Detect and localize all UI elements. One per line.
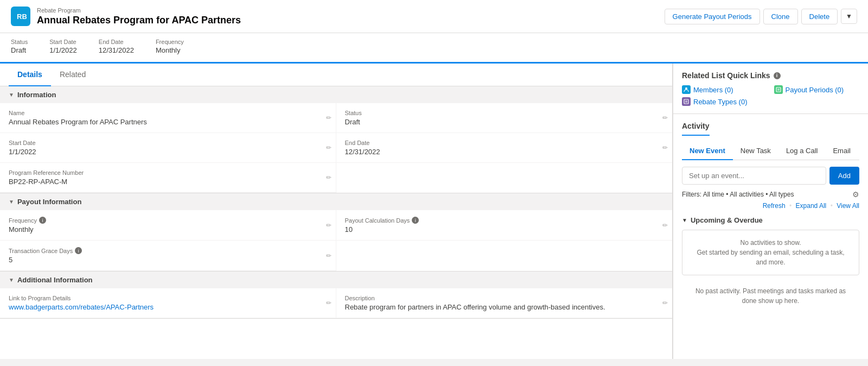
status-value: Draft xyxy=(11,46,28,54)
field-description: Description Rebate program for partners … xyxy=(336,288,673,318)
more-actions-button[interactable]: ▼ xyxy=(841,9,857,24)
no-activity-box: No activities to show. Get started by se… xyxy=(682,230,859,275)
additional-section-header[interactable]: ▼ Additional Information xyxy=(0,272,672,288)
chevron-down-icon: ▼ xyxy=(9,92,14,98)
tab-log-call[interactable]: Log a Call xyxy=(778,142,826,160)
upcoming-section: ▼ Upcoming & Overdue No activities to sh… xyxy=(682,216,859,311)
payout-chevron-icon: ▼ xyxy=(9,199,14,205)
edit-program-ref-icon[interactable]: ✏ xyxy=(326,174,331,181)
quick-link-members[interactable]: Members (0) xyxy=(682,85,768,94)
program-ref-label: Program Reference Number xyxy=(9,169,327,176)
quick-links-grid: Members (0) Payout Periods (0) Rebate Ty… xyxy=(682,85,859,106)
right-panel: Related List Quick Links i Members (0) P… xyxy=(673,64,868,359)
information-fields: Name Annual Rebates Program for APAC Par… xyxy=(0,103,672,193)
detail-tabs: Details Related xyxy=(0,64,672,86)
status-field-value: Draft xyxy=(345,118,664,126)
information-section-header[interactable]: ▼ Information xyxy=(0,86,672,103)
edit-description-icon[interactable]: ✏ xyxy=(662,299,668,307)
tab-new-task[interactable]: New Task xyxy=(733,142,778,160)
edit-status-icon[interactable]: ✏ xyxy=(662,114,668,122)
transaction-grace-info-icon[interactable]: i xyxy=(75,247,82,254)
edit-start-date-icon[interactable]: ✏ xyxy=(326,144,331,152)
end-date-value: 12/31/2022 xyxy=(99,46,134,54)
quick-links-info-icon[interactable]: i xyxy=(774,72,781,79)
separator-1: • xyxy=(789,202,792,210)
start-date-field-value: 1/1/2022 xyxy=(9,148,327,156)
payout-calc-label: Payout Calculation Days i xyxy=(345,217,664,224)
tab-details[interactable]: Details xyxy=(9,64,51,86)
frequency-info-icon[interactable]: i xyxy=(39,217,46,224)
tab-email[interactable]: Email xyxy=(825,142,858,160)
transaction-grace-label: Transaction Grace Days i xyxy=(9,247,327,254)
page-title: Annual Rebates Program for APAC Partners xyxy=(37,15,241,26)
tab-new-event[interactable]: New Event xyxy=(682,142,733,160)
edit-frequency-icon[interactable]: ✏ xyxy=(326,222,331,229)
filters-text: Filters: All time • All activities • All… xyxy=(682,191,794,198)
breadcrumb: Rebate Program xyxy=(37,7,241,14)
start-date-label: Start Date xyxy=(49,39,77,45)
delete-button[interactable]: Delete xyxy=(801,9,838,24)
activity-tabs: New Event New Task Log a Call Email xyxy=(682,142,859,160)
field-link: Link to Program Details www.badgerparts.… xyxy=(0,288,336,318)
generate-payout-periods-button[interactable]: Generate Payout Periods xyxy=(665,9,760,24)
event-input[interactable] xyxy=(682,167,826,185)
edit-transaction-grace-icon[interactable]: ✏ xyxy=(326,252,331,260)
separator-2: • xyxy=(831,202,833,210)
payout-calc-info-icon[interactable]: i xyxy=(412,217,419,224)
upcoming-title: Upcoming & Overdue xyxy=(691,216,763,224)
refresh-link[interactable]: Refresh xyxy=(763,202,786,210)
no-activity-title: No activities to show. xyxy=(691,238,850,248)
view-all-link[interactable]: View All xyxy=(837,202,859,210)
header-text: Rebate Program Annual Rebates Program fo… xyxy=(37,7,241,26)
activity-section: Activity New Event New Task Log a Call E… xyxy=(673,114,868,319)
field-end-date: End Date 12/31/2022 ✏ xyxy=(336,133,673,163)
link-value[interactable]: www.badgerparts.com/rebates/APAC-Partner… xyxy=(9,303,327,311)
svg-text:RB: RB xyxy=(17,12,27,21)
payout-periods-icon xyxy=(774,85,783,94)
clone-button[interactable]: Clone xyxy=(763,9,798,24)
add-button[interactable]: Add xyxy=(829,167,859,185)
svg-point-2 xyxy=(685,87,687,90)
edit-link-icon[interactable]: ✏ xyxy=(326,299,331,307)
field-transaction-grace: Transaction Grace Days i 5 ✏ xyxy=(0,241,336,271)
quick-links-section: Related List Quick Links i Members (0) P… xyxy=(673,64,868,114)
summary-start-date: Start Date 1/1/2022 xyxy=(49,39,77,54)
expand-all-link[interactable]: Expand All xyxy=(796,202,827,210)
svg-rect-6 xyxy=(684,99,688,104)
end-date-field-label: End Date xyxy=(345,140,664,146)
field-payout-calc: Payout Calculation Days i 10 ✏ xyxy=(336,210,673,241)
frequency-label: Frequency xyxy=(156,39,184,45)
field-status: Status Draft ✏ xyxy=(336,103,673,133)
name-label: Name xyxy=(9,110,327,116)
rebate-types-icon xyxy=(682,97,691,106)
field-name: Name Annual Rebates Program for APAC Par… xyxy=(0,103,336,133)
additional-chevron-icon: ▼ xyxy=(9,277,14,283)
description-label: Description xyxy=(345,295,664,301)
summary-bar: Status Draft Start Date 1/1/2022 End Dat… xyxy=(0,33,868,64)
header-actions: Generate Payout Periods Clone Delete ▼ xyxy=(665,9,857,24)
edit-name-icon[interactable]: ✏ xyxy=(326,114,331,122)
status-label: Status xyxy=(11,39,28,45)
page-header: RB Rebate Program Annual Rebates Program… xyxy=(0,0,868,33)
filters-row: Filters: All time • All activities • All… xyxy=(682,190,859,199)
quick-links-title: Related List Quick Links i xyxy=(682,71,859,80)
payout-section-header[interactable]: ▼ Payout Information xyxy=(0,193,672,210)
gear-icon[interactable]: ⚙ xyxy=(852,190,859,199)
additional-section-title: Additional Information xyxy=(17,276,93,284)
quick-link-payout-periods[interactable]: Payout Periods (0) xyxy=(774,85,860,94)
tab-related[interactable]: Related xyxy=(51,64,94,86)
left-panel: Details Related ▼ Information Name Annua… xyxy=(0,64,673,359)
additional-section: ▼ Additional Information Link to Program… xyxy=(0,272,672,319)
frequency-field-label: Frequency i xyxy=(9,217,327,224)
action-links: Refresh • Expand All • View All xyxy=(682,202,859,210)
edit-end-date-icon[interactable]: ✏ xyxy=(662,144,668,152)
end-date-field-value: 12/31/2022 xyxy=(345,148,664,156)
upcoming-header[interactable]: ▼ Upcoming & Overdue xyxy=(682,216,859,224)
quick-link-rebate-types[interactable]: Rebate Types (0) xyxy=(682,97,768,106)
upcoming-chevron-icon: ▼ xyxy=(682,217,687,223)
start-date-field-label: Start Date xyxy=(9,140,327,146)
frequency-value: Monthly xyxy=(156,46,184,54)
summary-status: Status Draft xyxy=(11,39,28,54)
edit-payout-calc-icon[interactable]: ✏ xyxy=(662,222,668,229)
information-section-title: Information xyxy=(17,91,56,99)
